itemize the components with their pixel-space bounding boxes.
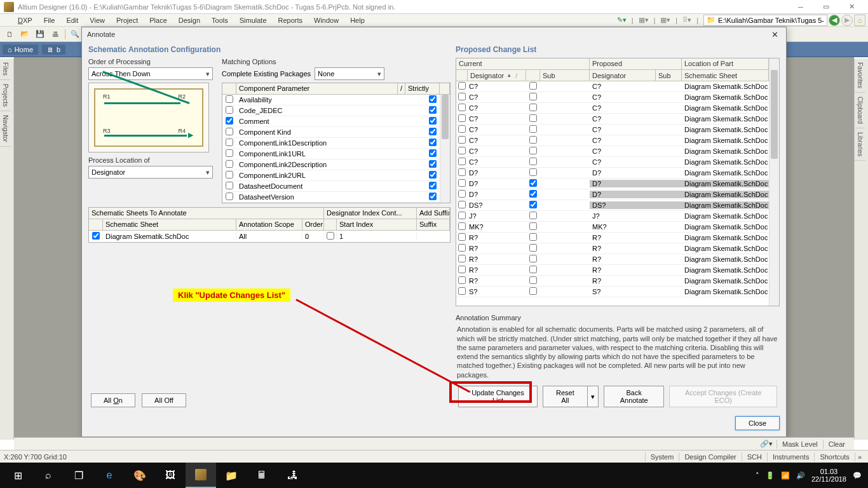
sub-checkbox[interactable]: [529, 147, 537, 154]
sub-checkbox[interactable]: [529, 93, 537, 100]
pcl-checkbox[interactable]: [458, 93, 466, 100]
altium-icon[interactable]: [186, 463, 216, 488]
pcl-row[interactable]: C? C? Diagram Skematik.SchDoc: [456, 146, 779, 157]
close-button[interactable]: ✕: [839, 1, 864, 13]
pcl-checkbox[interactable]: [458, 125, 466, 133]
pcl-row[interactable]: D? D? Diagram Skematik.SchDoc: [456, 179, 779, 189]
side-tab-clipboard[interactable]: Clipboard: [855, 93, 865, 128]
path-combo[interactable]: 📁 E:\Kuliah\Gambar Teknik\Tugas 5-: [703, 15, 827, 26]
pcl-row[interactable]: D? D? Diagram Skematik.SchDoc: [456, 168, 779, 179]
pcl-row[interactable]: R? R? Diagram Skematik.SchDoc: [456, 254, 779, 265]
pcl-row[interactable]: C? C? Diagram Skematik.SchDoc: [456, 103, 779, 114]
pcl-row[interactable]: C? C? Diagram Skematik.SchDoc: [456, 114, 779, 125]
side-tab-navigator[interactable]: Navigator: [0, 111, 11, 147]
param-row[interactable]: ComponentLink2URL: [222, 170, 450, 181]
sheet-checkbox[interactable]: [92, 232, 100, 240]
pcl-checkbox[interactable]: [458, 104, 466, 111]
pcl-row[interactable]: R? R? Diagram Skematik.SchDoc: [456, 243, 779, 254]
sub-checkbox[interactable]: [529, 266, 537, 273]
pcl-checkbox[interactable]: [458, 147, 466, 154]
param-checkbox[interactable]: [226, 193, 233, 200]
pencil-icon[interactable]: ✎▾: [617, 16, 627, 24]
sub-checkbox[interactable]: [529, 179, 537, 187]
all-off-button[interactable]: All Off: [142, 393, 186, 407]
menu-project[interactable]: Project: [111, 15, 143, 25]
shortcuts-panel[interactable]: Shortcuts: [814, 452, 854, 461]
pcl-row[interactable]: C? C? Diagram Skematik.SchDoc: [456, 125, 779, 135]
search-button[interactable]: ⌕: [33, 463, 64, 488]
nav-fwd-button[interactable]: ▶: [841, 15, 853, 26]
dots-icon[interactable]: ⠿▾: [682, 16, 691, 24]
param-checkbox[interactable]: [226, 128, 233, 135]
battery-icon[interactable]: 🔋: [766, 471, 775, 480]
param-head[interactable]: Component Parameter: [236, 83, 398, 94]
reset-all-button[interactable]: Reset All ▾: [543, 386, 599, 407]
grid-icon[interactable]: ▦▾: [639, 16, 649, 24]
param-scrollbar[interactable]: [440, 95, 450, 203]
all-on-button[interactable]: All On: [91, 393, 135, 407]
notifications-icon[interactable]: 💬: [853, 471, 862, 480]
chevron-down-icon[interactable]: ▾: [588, 386, 599, 407]
sub-checkbox[interactable]: [529, 222, 537, 230]
clock[interactable]: 01.03 22/11/2018: [811, 468, 846, 483]
pcl-checkbox[interactable]: [458, 276, 466, 284]
pcl-checkbox[interactable]: [458, 82, 466, 90]
menu-file[interactable]: File: [39, 15, 60, 25]
task-view-button[interactable]: ❐: [64, 463, 94, 488]
param-checkbox[interactable]: [226, 95, 233, 103]
grid2-icon[interactable]: ▦▾: [660, 16, 670, 24]
sub-checkbox[interactable]: [529, 255, 537, 262]
pcl-row[interactable]: MK? MK? Diagram Skematik.SchDoc: [456, 222, 779, 233]
strict-checkbox[interactable]: [429, 193, 437, 200]
pcl-checkbox[interactable]: [458, 222, 466, 230]
menu-view[interactable]: View: [85, 15, 110, 25]
param-row[interactable]: Availability: [222, 95, 450, 105]
param-checkbox[interactable]: [226, 117, 233, 125]
menu-dxp[interactable]: DXP: [13, 15, 37, 25]
start-checkbox[interactable]: [327, 232, 334, 240]
pcl-checkbox[interactable]: [458, 212, 466, 219]
save-icon[interactable]: 💾: [33, 28, 47, 41]
system-panel[interactable]: System: [645, 452, 679, 461]
param-checkbox[interactable]: [226, 139, 233, 146]
pcl-row[interactable]: DS? DS? Diagram Skematik.SchDoc: [456, 200, 779, 211]
sub-checkbox[interactable]: [529, 201, 537, 208]
pcl-scrollbar[interactable]: [769, 58, 779, 306]
pcl-checkbox[interactable]: [458, 190, 466, 198]
open-file-icon[interactable]: 📂: [18, 28, 32, 41]
menu-reports[interactable]: Reports: [273, 15, 308, 25]
print-icon[interactable]: 🖶: [48, 28, 62, 41]
pcl-row[interactable]: C? C? Diagram Skematik.SchDoc: [456, 135, 779, 146]
menu-place[interactable]: Place: [144, 15, 172, 25]
back-annotate-button[interactable]: Back Annotate: [604, 386, 665, 407]
sch-panel[interactable]: SCH: [742, 452, 767, 461]
strict-checkbox[interactable]: [429, 95, 437, 103]
maximize-button[interactable]: ▭: [813, 1, 839, 13]
menu-design[interactable]: Design: [173, 15, 205, 25]
strict-checkbox[interactable]: [429, 160, 437, 168]
sub-checkbox[interactable]: [529, 82, 537, 90]
pcl-checkbox[interactable]: [458, 114, 466, 122]
chevron-up-icon[interactable]: ˄: [756, 471, 759, 480]
instruments-panel[interactable]: Instruments: [767, 452, 814, 461]
design-compiler-panel[interactable]: Design Compiler: [679, 452, 741, 461]
dialog-close-button[interactable]: ✕: [768, 30, 781, 39]
home-button[interactable]: ⌂ Home: [3, 44, 38, 55]
pcl-row[interactable]: C? C? Diagram Skematik.SchDoc: [456, 81, 779, 92]
param-row[interactable]: DatasheetVersion: [222, 192, 450, 203]
param-checkbox[interactable]: [226, 106, 233, 114]
pcl-row[interactable]: D? D? Diagram Skematik.SchDoc: [456, 189, 779, 200]
edge-icon[interactable]: e: [94, 463, 125, 488]
strict-checkbox[interactable]: [429, 149, 437, 157]
pcl-checkbox[interactable]: [458, 168, 466, 176]
start-button[interactable]: ⊞: [3, 463, 33, 488]
param-row[interactable]: DatasheetDocument: [222, 181, 450, 192]
explorer-icon[interactable]: 📁: [216, 463, 247, 488]
pcl-row[interactable]: R? R? Diagram Skematik.SchDoc: [456, 276, 779, 287]
side-tab-files[interactable]: Files: [0, 58, 11, 80]
strict-checkbox[interactable]: [429, 106, 437, 114]
minimize-button[interactable]: ─: [788, 1, 813, 13]
param-checkbox[interactable]: [226, 182, 233, 189]
system-tray[interactable]: ˄ 🔋 📶 🔊 01.03 22/11/2018 💬: [756, 468, 865, 483]
strict-checkbox[interactable]: [429, 117, 437, 125]
